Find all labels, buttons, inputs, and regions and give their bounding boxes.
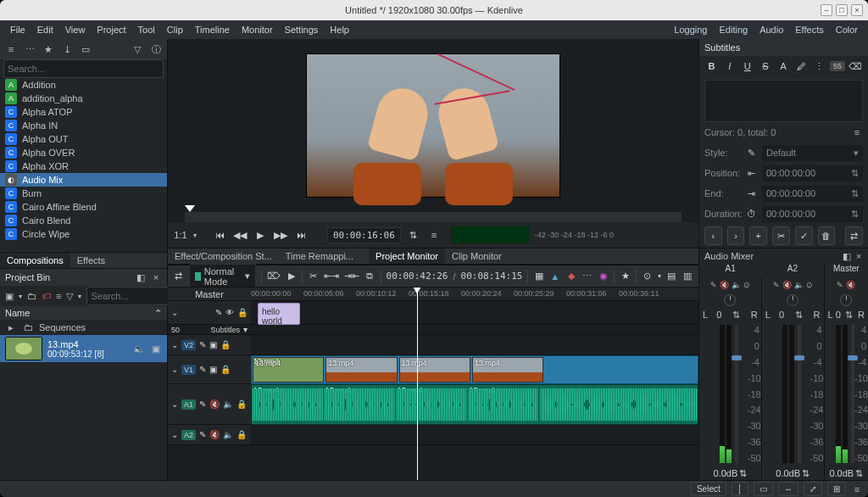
layout-logging[interactable]: Logging [669,22,712,37]
subtitle-style-select[interactable]: Default▾ [762,145,863,161]
bin-clip-item[interactable]: 13.mp4 00:09:53:12 [8] 🔈 ▣ [0,335,167,362]
ch-fader[interactable] [735,325,738,463]
track-edit-icon[interactable]: ✎ [199,399,206,409]
tl-marker-red-icon[interactable]: ◆ [565,269,576,284]
track-edit-icon[interactable]: ✎ [199,340,206,349]
effects-filter-icon[interactable]: ▽ [131,43,143,55]
v1-track[interactable]: 13.mp4 13.mp4 13.mp4 13.mp4 13.mp4 [251,355,698,384]
tab-effect-stack[interactable]: Effect/Composition St... [168,248,279,264]
bin-delete-icon[interactable]: 🏷 [42,290,51,302]
subtitle-clip[interactable]: hello world [258,303,300,325]
monitor-rewind-icon[interactable]: ⏮ [212,227,227,243]
ch-edit-icon[interactable]: ✎ [773,281,780,289]
tl-render-icon[interactable]: ◉ [598,269,609,284]
status-menu-icon[interactable]: ≡ [851,483,863,495]
subtitle-color-button[interactable]: 🖉 [794,59,809,74]
clip-video-icon[interactable]: ▣ [150,343,162,355]
ch-pan-knob[interactable] [787,294,798,306]
effect-item[interactable]: CAlpha ATOP [0,105,167,119]
bin-add-folder-icon[interactable]: 🗀 [27,290,36,302]
subtitle-delete-button[interactable]: 🗑 [818,226,836,245]
a1-track[interactable]: 13.mp4 13.mp4 13.mp4 13.mp4 [251,384,698,425]
ch-mute-icon[interactable]: 🔇 [720,281,729,289]
subtitle-next-button[interactable]: › [727,226,745,245]
subtitle-clear-button[interactable]: ⌫ [849,59,863,74]
ch-rec-icon[interactable]: ⊙ [743,281,750,289]
effect-item[interactable]: CCircle Wipe [0,227,167,241]
menu-clip[interactable]: Clip [162,22,188,37]
status-tool-2[interactable]: ▭ [754,482,773,496]
timeline-position[interactable]: 00:00:42:26 [387,271,448,282]
bin-add-clip-icon[interactable]: ▣ [5,290,14,302]
bin-filter-icon[interactable]: ▽ [66,290,73,302]
tl-scissors-icon[interactable]: ⌦ [267,269,281,284]
subtitle-position-field[interactable]: 00:00:00:00⇅ [762,165,863,181]
effect-item[interactable]: CBurn [0,187,167,200]
ch-edit-icon[interactable]: ✎ [710,281,717,289]
ch-db-value[interactable]: 0.0dB⇅ [699,466,761,480]
bin-menu-icon[interactable]: ≡ [56,290,61,302]
status-tool-3[interactable]: ↔ [778,482,798,496]
monitor-zoom-label[interactable]: 1:1 [173,227,188,243]
v2-track[interactable] [251,335,698,355]
track-lock-icon[interactable]: 🔒 [237,308,248,317]
menu-file[interactable]: File [5,22,31,37]
ch-solo-icon[interactable]: 🔈 [732,281,741,289]
track-edit-icon[interactable]: ✎ [199,430,206,439]
chevron-down-icon[interactable]: ⌄ [171,308,178,317]
menu-settings[interactable]: Settings [280,22,324,37]
subtitle-italic-button[interactable]: I [722,59,737,74]
menu-project[interactable]: Project [92,22,131,37]
effects-list[interactable]: AAddition Aaddition_alpha CAlpha ATOP CA… [0,78,167,252]
effect-item[interactable]: AAddition [0,78,167,92]
bin-column-header[interactable]: Name⌃ [0,306,167,320]
subtitle-apply-button[interactable]: ✓ [795,226,813,245]
menu-monitor[interactable]: Monitor [236,22,278,37]
track-master-header[interactable]: Master [168,288,251,301]
timeline-ruler[interactable]: 00:00:00:00 00:00:05:06 00:00:10:12 00:0… [251,288,698,301]
tab-compositions[interactable]: Compositions [0,253,70,268]
track-subtitle-header[interactable]: ⌄ ✎ 👁 🔒 [168,301,251,325]
chevron-down-icon[interactable]: ⌄ [171,365,178,374]
ch-mute-icon[interactable]: 🔇 [782,281,792,289]
track-speaker-icon[interactable]: 🔈 [223,399,233,409]
subtitle-menu-icon[interactable]: ≡ [851,126,863,138]
monitor-next-frame-icon[interactable]: ▶▶ [273,227,288,243]
layout-audio[interactable]: Audio [754,22,788,37]
track-a1-header[interactable]: ⌄ A1 ✎ 🔇 🔈 🔒 [168,384,251,425]
effect-item-selected[interactable]: ◐Audio Mix [0,173,167,187]
subtitle-add-button[interactable]: + [749,226,767,245]
status-select-tool[interactable]: Select [691,482,726,496]
tl-snap-icon[interactable]: ⇥⇤ [344,269,359,284]
timeline-track-menu-icon[interactable]: ⇄ [173,269,184,284]
ch-solo-icon[interactable]: 🔈 [794,281,804,289]
effects-info-icon[interactable]: ⓘ [150,43,162,55]
tl-spacer-icon[interactable]: ⧉ [364,269,376,284]
status-tool-4[interactable]: ⤢ [804,482,822,496]
effect-item[interactable]: CCairo Blend [0,214,167,227]
track-edit-icon[interactable]: ✎ [199,365,206,374]
subtitle-underline-button[interactable]: U [740,59,754,74]
pan-spinner-icon[interactable]: ⇅ [843,309,855,321]
ch-db-value[interactable]: 0.0dB⇅ [825,466,868,480]
track-lock-icon[interactable]: 🔒 [236,399,247,409]
tl-thumb-icon[interactable]: ▦ [533,269,544,284]
tl-marker-blue-icon[interactable]: ▲ [549,269,560,284]
effects-tree-icon[interactable]: ≡ [5,43,17,55]
track-eye-icon[interactable]: 👁 [225,308,234,317]
subtitle-bold-button[interactable]: B [704,59,719,74]
pan-spinner-icon[interactable]: ⇅ [731,309,743,321]
timeline-playhead[interactable] [417,288,418,480]
layout-effects[interactable]: Effects [790,22,828,37]
subtitle-dur-icon[interactable]: ⏱ [745,208,757,220]
track-v2-header[interactable]: ⌄ V2 ✎ ▣ 🔒 [168,335,251,355]
ch-rec-icon[interactable]: ⊙ [806,281,813,289]
subtitle-pos-goto-icon[interactable]: ⇤ [745,167,757,179]
menu-view[interactable]: View [60,22,91,37]
menu-tool[interactable]: Tool [133,22,160,37]
ch-edit-icon[interactable]: ✎ [837,281,843,289]
effects-folder-icon[interactable]: ▭ [80,43,92,55]
tab-time-remap[interactable]: Time Remappi... [279,248,360,264]
tab-effects[interactable]: Effects [70,253,112,268]
subtitle-text-editor[interactable] [704,80,863,122]
